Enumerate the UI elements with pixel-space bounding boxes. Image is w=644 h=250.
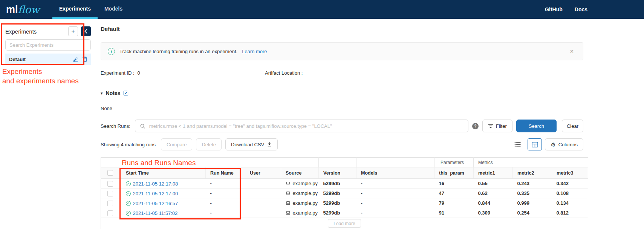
run-start-time: 2021-11-05 12:16:57 [133, 201, 178, 206]
download-csv-label: Download CSV [231, 142, 264, 147]
col-metric2[interactable]: metric2 [513, 167, 552, 179]
load-more-row: Load more [101, 218, 588, 229]
matching-runs-count: Showing 4 matching runs [101, 142, 156, 147]
row-checkbox[interactable] [107, 191, 113, 196]
run-start-time-link[interactable]: ✓2021-11-05 11:57:02 [126, 210, 178, 216]
mlflow-logo[interactable]: mlflow [6, 0, 40, 19]
table-header-row: Start Time Run Name User Source Version … [101, 167, 588, 179]
chevron-down-icon[interactable]: ▾ [101, 91, 103, 96]
run-this-param-cell: 47 [434, 189, 474, 198]
run-start-time-link[interactable]: ✓2021-11-05 12:17:00 [126, 191, 178, 196]
run-start-time-link[interactable]: ✓2021-11-05 12:17:08 [126, 181, 178, 187]
run-finished-icon: ✓ [126, 201, 131, 206]
table-row: ✓2021-11-05 12:17:08 - example.py 5299db… [101, 179, 588, 189]
compare-button[interactable]: Compare [161, 138, 192, 150]
list-view-icon [514, 142, 521, 147]
experiment-meta: Experiment ID : 0 Artifact Location : [101, 70, 583, 76]
notes-value: None [101, 106, 583, 111]
col-models[interactable]: Models [356, 167, 434, 179]
table-view-button[interactable] [528, 138, 542, 150]
columns-button-label: Columns [558, 142, 578, 147]
run-models-cell: - [356, 189, 434, 198]
laptop-icon [286, 211, 291, 215]
group-header-parameters: Parameters [434, 158, 474, 167]
clear-button-label: Clear [567, 123, 578, 129]
filter-label: Filter [496, 123, 507, 129]
col-user[interactable]: User [245, 167, 281, 179]
tab-models[interactable]: Models [98, 0, 129, 19]
delete-experiment-button[interactable] [83, 57, 87, 62]
download-csv-button[interactable]: Download CSV [225, 138, 278, 150]
search-runs-input[interactable] [148, 123, 463, 129]
trash-icon [83, 57, 87, 62]
compare-button-label: Compare [167, 142, 187, 147]
run-start-time-link[interactable]: ✓2021-11-05 12:16:57 [126, 201, 178, 206]
clear-button[interactable]: Clear [562, 120, 583, 132]
run-metric1-cell: 0.55 [474, 179, 513, 189]
run-name-cell: - [206, 189, 245, 198]
laptop-icon [286, 201, 291, 205]
columns-button[interactable]: ⚙ Columns [545, 138, 583, 150]
help-icon[interactable]: ? [472, 123, 479, 129]
nav-link-docs[interactable]: Docs [575, 6, 587, 12]
close-icon[interactable]: ✕ [568, 48, 576, 55]
row-checkbox[interactable] [107, 210, 113, 216]
tab-experiments[interactable]: Experiments [52, 0, 98, 19]
gear-icon: ⚙ [551, 142, 555, 147]
row-checkbox[interactable] [107, 181, 113, 187]
col-metric3[interactable]: metric3 [552, 167, 588, 179]
table-row: ✓2021-11-05 12:16:57 - example.py 5299db… [101, 198, 588, 208]
search-button-label: Search [529, 123, 544, 129]
learn-more-link[interactable]: Learn more [242, 49, 267, 54]
row-checkbox[interactable] [107, 201, 113, 206]
top-navbar: mlflow Experiments Models GitHub Docs [0, 0, 644, 19]
col-version[interactable]: Version [319, 167, 356, 179]
edit-notes-button[interactable] [123, 90, 128, 96]
table-group-header-row: Parameters Metrics [101, 158, 588, 167]
run-name-cell: - [206, 179, 245, 189]
select-all-checkbox[interactable] [107, 170, 113, 176]
run-metric3-cell: 0.108 [552, 189, 588, 198]
run-metric2-cell: 0.999 [513, 198, 552, 208]
runs-toolbar: Showing 4 matching runs Compare Delete D… [101, 138, 583, 150]
rename-experiment-button[interactable] [73, 57, 78, 62]
run-name-cell: - [206, 198, 245, 208]
run-this-param-cell: 79 [434, 198, 474, 208]
info-banner: i Track machine learning training runs i… [101, 42, 583, 60]
run-metric2-cell: 0.254 [513, 208, 552, 218]
search-button[interactable]: Search [516, 120, 557, 132]
experiment-list-item-default[interactable]: Default [5, 54, 91, 65]
search-runs-row: Search Runs: ? Filter Search Clear [101, 120, 583, 132]
filter-button[interactable]: Filter [482, 120, 512, 132]
experiments-panel-title: Experiments [5, 28, 65, 35]
delete-button[interactable]: Delete [196, 138, 222, 150]
run-metric1-cell: 0.309 [474, 208, 513, 218]
download-icon [267, 142, 272, 147]
col-metric1[interactable]: metric1 [474, 167, 513, 179]
experiment-detail-panel: Default i Track machine learning trainin… [96, 19, 583, 229]
table-row: ✓2021-11-05 12:17:00 - example.py 5299db… [101, 189, 588, 198]
run-start-time: 2021-11-05 12:17:00 [133, 191, 178, 196]
list-view-button[interactable] [510, 138, 525, 150]
nav-link-github[interactable]: GitHub [545, 6, 563, 12]
run-version-cell: 5299db [319, 189, 356, 198]
run-source-cell: example.py [286, 190, 318, 196]
notes-section-header: ▾ Notes [101, 90, 583, 97]
chevron-left-icon [84, 29, 88, 34]
load-more-button[interactable]: Load more [328, 219, 361, 228]
edit-square-icon [123, 90, 128, 96]
filter-icon [488, 124, 493, 128]
run-version-cell: 5299db [319, 179, 356, 189]
search-experiments-input[interactable] [5, 39, 91, 51]
run-user-cell [245, 198, 281, 208]
col-start-time[interactable]: Start Time [120, 167, 206, 179]
col-run-name[interactable]: Run Name [206, 167, 245, 179]
run-finished-icon: ✓ [126, 211, 131, 216]
col-source[interactable]: Source [281, 167, 319, 179]
collapse-sidebar-button[interactable] [81, 26, 91, 36]
artifact-location-label: Artifact Location : [265, 70, 303, 76]
run-name-cell: - [206, 208, 245, 218]
col-this-param[interactable]: this_param [434, 167, 474, 179]
runs-table: Parameters Metrics Start Time Run Name U… [101, 157, 588, 229]
add-experiment-button[interactable]: + [68, 26, 78, 36]
